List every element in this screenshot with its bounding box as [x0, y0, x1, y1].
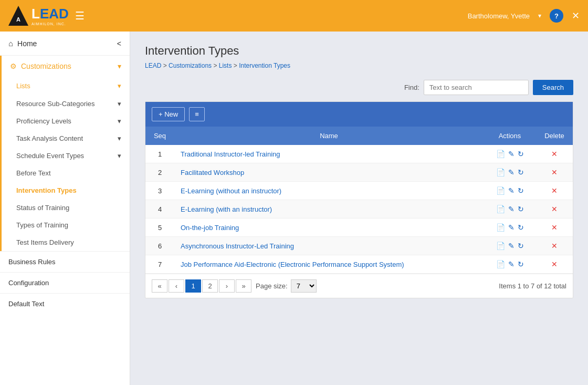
sidebar-item-schedule-event-types[interactable]: Schedule Event Types [2, 147, 130, 164]
sidebar-item-proficiency-levels[interactable]: Proficiency Levels [2, 112, 130, 130]
reset-icon[interactable]: ↻ [518, 260, 524, 268]
delete-icon[interactable]: ✕ [551, 205, 558, 213]
sidebar-item-default-text[interactable]: Default Text [0, 293, 130, 314]
cell-actions: 📄 ✎ ↻ [484, 218, 536, 237]
sidebar-item-configuration[interactable]: Configuration [0, 272, 130, 293]
reset-icon[interactable]: ↻ [518, 186, 524, 195]
sidebar-item-types-of-training[interactable]: Types of Training [2, 216, 130, 234]
new-button[interactable]: + New [152, 107, 185, 121]
edit-icon[interactable]: ✎ [508, 242, 514, 250]
sidebar-lists-header[interactable]: Lists [2, 77, 130, 95]
cell-seq: 4 [145, 200, 174, 218]
table-row: 2 Facilitated Workshop 📄 ✎ ↻ ✕ [145, 163, 573, 182]
view-icon[interactable]: 📄 [496, 223, 505, 232]
help-button[interactable]: ? [550, 9, 563, 23]
sidebar-collapse-arrow[interactable]: < [117, 39, 121, 48]
header-right: Bartholomew, Yvette ▾ ? ✕ [468, 9, 580, 23]
page-1-button[interactable]: 1 [185, 279, 201, 293]
sidebar-home[interactable]: Home < [0, 32, 130, 56]
view-icon[interactable]: 📄 [496, 260, 505, 268]
cell-seq: 2 [145, 163, 174, 182]
pagination-bar: « ‹ 1 2 › » Page size: 7 10 25 50 [145, 274, 573, 298]
delete-icon[interactable]: ✕ [551, 186, 558, 195]
view-icon[interactable]: 📄 [496, 168, 505, 176]
cell-seq: 7 [145, 255, 174, 274]
logo: A L E A D AIMHILON, INC. [8, 6, 69, 26]
prev-page-button[interactable]: ‹ [169, 279, 184, 293]
sidebar-lists-section: Lists Resource Sub-Categories Proficienc… [2, 77, 130, 251]
reset-icon[interactable]: ↻ [518, 223, 524, 232]
sidebar-item-status-of-training[interactable]: Status of Training [2, 199, 130, 216]
hamburger-button[interactable]: ☰ [75, 9, 85, 22]
cell-seq: 6 [145, 237, 174, 255]
cell-delete: ✕ [536, 255, 573, 274]
list-button[interactable]: ≡ [189, 107, 205, 121]
table-row: 3 E-Learning (without an instructor) 📄 ✎… [145, 182, 573, 200]
reset-icon[interactable]: ↻ [518, 205, 524, 213]
page-title: Intervention Types [145, 44, 573, 58]
breadcrumb-lists[interactable]: Lists [219, 62, 232, 69]
page-2-button[interactable]: 2 [202, 279, 218, 293]
sidebar-item-business-rules[interactable]: Business Rules [0, 251, 130, 272]
view-icon[interactable]: 📄 [496, 242, 505, 250]
cell-name: Facilitated Workshop [174, 163, 484, 182]
sidebar-item-intervention-types[interactable]: Intervention Types [2, 182, 130, 199]
view-icon[interactable]: 📄 [496, 186, 505, 195]
sidebar-item-before-text[interactable]: Before Text [2, 164, 130, 182]
delete-icon[interactable]: ✕ [551, 223, 558, 232]
main-content: Intervention Types LEAD > Customizations… [130, 32, 588, 385]
page-size-select[interactable]: 7 10 25 50 [291, 279, 317, 293]
sidebar-lists-label: Lists [16, 82, 30, 90]
cell-delete: ✕ [536, 182, 573, 200]
cell-name: E-Learning (with an instructor) [174, 200, 484, 218]
col-seq: Seq [145, 127, 174, 145]
edit-icon[interactable]: ✎ [508, 205, 514, 213]
reset-icon[interactable]: ↻ [518, 168, 524, 176]
lists-chevron [118, 82, 121, 90]
first-page-button[interactable]: « [152, 279, 167, 293]
edit-icon[interactable]: ✎ [508, 150, 514, 158]
breadcrumb-lead[interactable]: LEAD [145, 62, 161, 69]
tac-chevron [118, 134, 121, 142]
home-icon [8, 39, 13, 48]
breadcrumb: LEAD > Customizations > Lists > Interven… [145, 62, 573, 69]
edit-icon[interactable]: ✎ [508, 168, 514, 176]
sidebar-item-test-items-delivery[interactable]: Test Items Delivery [2, 234, 130, 251]
reset-icon[interactable]: ↻ [518, 242, 524, 250]
pl-chevron [118, 117, 121, 125]
customizations-chevron [118, 62, 121, 70]
search-label: Find: [404, 84, 419, 91]
breadcrumb-customizations[interactable]: Customizations [169, 62, 212, 69]
sidebar-item-task-analysis-content[interactable]: Task Analysis Content [2, 130, 130, 147]
next-page-button[interactable]: › [219, 279, 235, 293]
search-button[interactable]: Search [533, 80, 573, 95]
delete-icon[interactable]: ✕ [551, 168, 558, 176]
delete-icon[interactable]: ✕ [551, 260, 558, 268]
edit-icon[interactable]: ✎ [508, 223, 514, 232]
search-input[interactable] [424, 80, 529, 95]
view-icon[interactable]: 📄 [496, 150, 505, 158]
page-size-label: Page size: [256, 282, 288, 290]
sidebar-item-resource-sub-categories[interactable]: Resource Sub-Categories [2, 95, 130, 112]
close-button[interactable]: ✕ [572, 10, 580, 22]
table-header-row: Seq Name Actions Delete [145, 127, 573, 145]
sidebar-customizations-header[interactable]: Customizations [2, 56, 130, 77]
last-page-button[interactable]: » [236, 279, 251, 293]
cell-name: On-the-job Training [174, 218, 484, 237]
header-left: A L E A D AIMHILON, INC. ☰ [8, 6, 85, 26]
sidebar-customizations-section: Customizations Lists Resource Sub-Catego… [0, 56, 130, 251]
edit-icon[interactable]: ✎ [508, 260, 514, 268]
delete-icon[interactable]: ✕ [551, 150, 558, 158]
breadcrumb-intervention-types[interactable]: Intervention Types [239, 62, 290, 69]
view-icon[interactable]: 📄 [496, 205, 505, 213]
reset-icon[interactable]: ↻ [518, 150, 524, 158]
user-dropdown-arrow[interactable]: ▾ [538, 12, 541, 19]
table-card: + New ≡ Seq Name Actions Delete 1 Tradit… [145, 101, 573, 298]
edit-icon[interactable]: ✎ [508, 186, 514, 195]
user-name[interactable]: Bartholomew, Yvette [468, 12, 530, 20]
col-delete: Delete [536, 127, 573, 145]
cell-actions: 📄 ✎ ↻ [484, 255, 536, 274]
page-size-control: Page size: 7 10 25 50 [256, 279, 317, 293]
delete-icon[interactable]: ✕ [551, 242, 558, 250]
table-row: 7 Job Performance Aid-Electronic (Electr… [145, 255, 573, 274]
